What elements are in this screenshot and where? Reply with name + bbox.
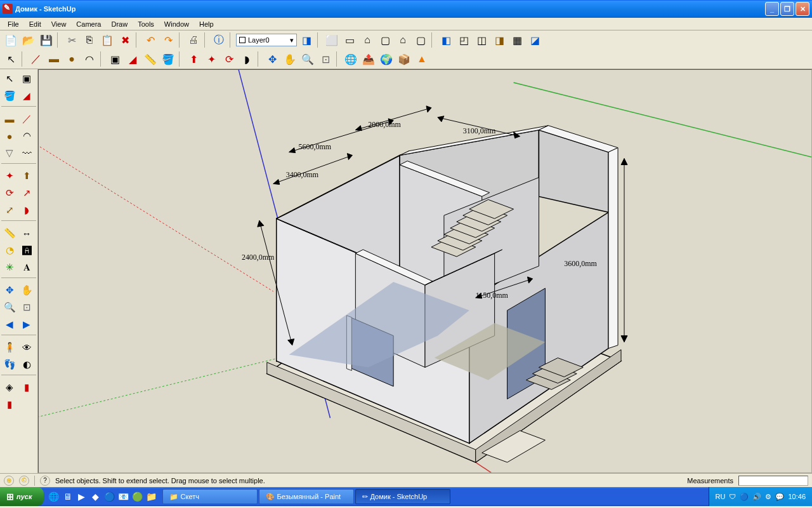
delete-icon[interactable]: ✖ xyxy=(117,32,133,48)
layer-manager-icon[interactable]: ◨ xyxy=(298,32,315,48)
section-plane-icon[interactable]: ◈ xyxy=(1,379,18,396)
tape-measure-icon[interactable]: 📏 xyxy=(142,51,159,67)
protractor-icon[interactable]: ◔ xyxy=(1,242,18,258)
tray-icon-3[interactable]: 🔊 xyxy=(752,493,761,501)
menu-view[interactable]: View xyxy=(46,19,72,29)
share-model-icon[interactable]: 📤 xyxy=(360,51,377,67)
task-item-paint[interactable]: 🎨 Безымянный - Paint xyxy=(259,489,354,504)
component-icon[interactable]: ▣ xyxy=(18,70,35,87)
open-file-icon[interactable]: 📂 xyxy=(20,32,37,48)
menu-camera[interactable]: Camera xyxy=(71,19,106,29)
pan-tool-icon[interactable]: ✋ xyxy=(18,282,35,298)
viewport-3d[interactable]: 2000,0mm 3100,0mm 5600,0mm 3400,0mm 2400… xyxy=(38,69,812,473)
look-around-icon[interactable]: 👁 xyxy=(18,339,35,356)
cut-icon[interactable]: ✂ xyxy=(63,32,80,48)
ql-app1-icon[interactable]: ◆ xyxy=(89,490,102,504)
freehand-icon[interactable]: 〰 xyxy=(18,145,35,161)
ql-ie-icon[interactable]: 🌐 xyxy=(48,490,60,504)
dimension-icon[interactable]: ↔ xyxy=(18,225,35,241)
pushpull-icon[interactable]: ⬆ xyxy=(18,168,35,184)
hidden-line-icon[interactable]: ◫ xyxy=(473,32,490,48)
circle-tool-icon[interactable]: ● xyxy=(63,51,80,67)
orbit-tool-icon[interactable]: ✥ xyxy=(1,282,18,298)
zoom-window-icon[interactable]: ⊡ xyxy=(18,299,35,316)
get-models-icon[interactable]: 🌐 xyxy=(343,51,359,67)
model-info-icon[interactable]: ⓘ xyxy=(211,32,227,48)
pan-icon[interactable]: ✋ xyxy=(282,51,298,67)
menu-draw[interactable]: Draw xyxy=(106,19,133,29)
section-display-icon[interactable]: ▮ xyxy=(18,379,35,396)
circle-icon[interactable]: ● xyxy=(1,128,18,144)
tray-lang[interactable]: RU xyxy=(716,493,726,500)
paste-icon[interactable]: 📋 xyxy=(99,32,115,48)
arc-icon[interactable]: ◠ xyxy=(18,128,35,144)
zoom-extents-icon[interactable]: ⊡ xyxy=(317,51,334,67)
shaded-icon[interactable]: ◨ xyxy=(491,32,508,48)
3dtext-icon[interactable]: 𝐀 xyxy=(18,259,35,276)
new-file-icon[interactable]: 📄 xyxy=(3,32,19,48)
ql-app3-icon[interactable]: 📧 xyxy=(117,490,130,504)
make-component-icon[interactable]: ▣ xyxy=(107,51,123,67)
scale-icon[interactable]: ⤢ xyxy=(1,202,18,218)
tray-icon-2[interactable]: 🔵 xyxy=(740,493,749,501)
rectangle-icon[interactable]: ▬ xyxy=(1,110,18,127)
tray-icon-5[interactable]: 💬 xyxy=(775,493,784,501)
iso-view-icon[interactable]: ⬜ xyxy=(324,32,340,48)
line-tool-icon[interactable]: ／ xyxy=(28,51,44,67)
paint-bucket-icon[interactable]: 🪣 xyxy=(160,51,176,67)
export-icon[interactable]: 📦 xyxy=(396,51,412,67)
minimize-button[interactable]: _ xyxy=(765,2,779,16)
polygon-icon[interactable]: ▽ xyxy=(1,145,18,161)
save-icon[interactable]: 💾 xyxy=(38,32,55,48)
tray-icon-1[interactable]: 🛡 xyxy=(729,493,736,500)
move-tool-icon[interactable]: ✦ xyxy=(203,51,219,67)
status-help-icon[interactable]: ? xyxy=(40,476,50,486)
status-geo-icon[interactable]: ⊕ xyxy=(4,476,14,486)
menu-window[interactable]: Window xyxy=(159,19,194,29)
measurements-input[interactable] xyxy=(738,476,808,486)
wireframe-icon[interactable]: ◰ xyxy=(455,32,472,48)
right-view-icon[interactable]: ▢ xyxy=(377,32,393,48)
push-pull-icon[interactable]: ⬆ xyxy=(185,51,202,67)
orbit-icon[interactable]: ✥ xyxy=(264,51,280,67)
rotate-icon[interactable]: ⟳ xyxy=(1,185,18,201)
rotate-tool-icon[interactable]: ⟳ xyxy=(221,51,237,67)
top-view-icon[interactable]: ▭ xyxy=(341,32,358,48)
ql-desktop-icon[interactable]: 🖥 xyxy=(62,490,74,504)
task-item-sketchup[interactable]: ✏ Домик - SketchUp xyxy=(355,489,450,504)
shaded-textures-icon[interactable]: ▦ xyxy=(509,32,525,48)
tape-icon[interactable]: 📏 xyxy=(1,225,18,241)
menu-edit[interactable]: Edit xyxy=(24,19,46,29)
menu-tools[interactable]: Tools xyxy=(133,19,159,29)
followme-icon[interactable]: ↗ xyxy=(18,185,35,201)
offset-icon[interactable]: ◗ xyxy=(18,202,35,218)
zoom-tool-icon[interactable]: 🔍 xyxy=(1,299,18,316)
maximize-button[interactable]: ❐ xyxy=(780,2,794,16)
status-credit-icon[interactable]: © xyxy=(19,476,29,486)
select-arrow-icon[interactable]: ↖ xyxy=(3,51,19,67)
next-icon[interactable]: ▶ xyxy=(18,316,35,333)
copy-icon[interactable]: ⎘ xyxy=(81,32,98,48)
axes-icon[interactable]: ✳ xyxy=(1,259,18,276)
layer-dropdown[interactable]: Layer0 ▾ xyxy=(236,34,297,46)
undo-icon[interactable]: ↶ xyxy=(142,32,159,48)
menu-file[interactable]: File xyxy=(3,19,24,29)
select-tool-icon[interactable]: ↖ xyxy=(1,70,18,87)
zoom-icon[interactable]: 🔍 xyxy=(299,51,316,67)
ql-app4-icon[interactable]: 🟢 xyxy=(131,490,144,504)
menu-help[interactable]: Help xyxy=(194,19,219,29)
walk-icon[interactable]: 👣 xyxy=(1,356,18,373)
offset-tool-icon[interactable]: ◗ xyxy=(239,51,255,67)
eraser-icon[interactable]: ◢ xyxy=(18,88,35,104)
print-icon[interactable]: 🖨 xyxy=(185,32,202,48)
task-item-sketch[interactable]: 📁 Скетч xyxy=(162,489,258,504)
rectangle-tool-icon[interactable]: ▬ xyxy=(46,51,62,67)
position-camera-icon[interactable]: 🧍 xyxy=(1,339,18,356)
section-cut-icon[interactable]: ▮ xyxy=(1,396,18,413)
paint-tool-icon[interactable]: 🪣 xyxy=(1,88,18,104)
google-earth-icon[interactable]: 🌍 xyxy=(378,51,395,67)
toggle-terrain-icon[interactable]: ▲ xyxy=(414,51,430,67)
arc-tool-icon[interactable]: ◠ xyxy=(81,51,98,67)
front-view-icon[interactable]: ⌂ xyxy=(359,32,376,48)
tray-clock[interactable]: 10:46 xyxy=(788,493,806,500)
